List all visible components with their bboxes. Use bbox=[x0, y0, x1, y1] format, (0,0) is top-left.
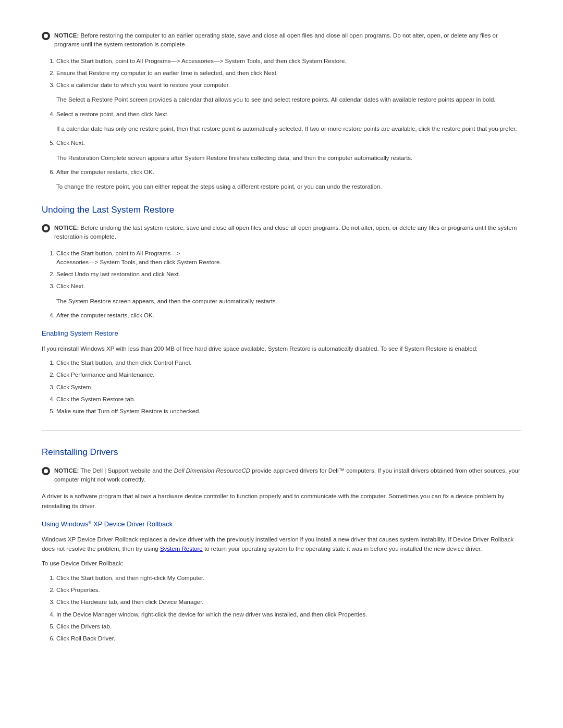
restore-para-2: If a calendar date has only one restore … bbox=[56, 124, 521, 133]
restore-step-6: After the computer restarts, click OK. bbox=[56, 168, 521, 177]
undo-step-2: Select Undo my last restoration and clic… bbox=[56, 270, 521, 279]
notice-content-1: Before restoring the computer to an earl… bbox=[54, 32, 498, 47]
undo-step-3: Click Next. bbox=[56, 282, 521, 291]
enabling-sub-heading: Enabling System Restore bbox=[42, 328, 521, 339]
windows-para-1: Windows XP Device Driver Rollback replac… bbox=[42, 535, 521, 554]
restore-step-5: Click Next. bbox=[56, 139, 521, 147]
restore-para-3-block: The Restoration Complete screen appears … bbox=[56, 153, 521, 163]
restore-steps-list-6: After the computer restarts, click OK. bbox=[42, 168, 521, 177]
reinstalling-section-heading: Reinstalling Drivers bbox=[42, 446, 521, 459]
notice-content-3a: The Dell | Support website and the bbox=[80, 467, 174, 474]
restore-steps-list: Click the Start button, point to All Pro… bbox=[42, 57, 521, 90]
notice-label-1: NOTICE: bbox=[54, 32, 79, 39]
notice-label-3: NOTICE: bbox=[54, 467, 79, 474]
restore-para-4: To change the restore point, you can eit… bbox=[56, 182, 521, 191]
enabling-step-5: Make sure that Turn off System Restore i… bbox=[56, 407, 521, 416]
undo-section-heading: Undoing the Last System Restore bbox=[42, 203, 521, 217]
notice-block-3: NOTICE: The Dell | Support website and t… bbox=[42, 466, 521, 485]
notice-icon-1 bbox=[42, 32, 50, 40]
enabling-steps-list: Click the Start button, and then click C… bbox=[42, 359, 521, 416]
notice-block-2: NOTICE: Before undoing the last system r… bbox=[42, 224, 521, 242]
undo-para-1: The System Restore screen appears, and t… bbox=[56, 297, 521, 306]
enabling-step-4: Click the System Restore tab. bbox=[56, 395, 521, 404]
notice-text-1: NOTICE: Before restoring the computer to… bbox=[54, 31, 521, 50]
windows-heading-rest: XP Device Driver Rollback bbox=[92, 520, 173, 528]
enabling-step-1: Click the Start button, and then click C… bbox=[56, 359, 521, 367]
windows-steps-list: Click the Start button, and then right-c… bbox=[42, 574, 521, 644]
restore-step-1: Click the Start button, point to All Pro… bbox=[56, 57, 521, 66]
windows-para-2: To use Device Driver Rollback: bbox=[42, 559, 521, 568]
undo-step-1: Click the Start button, point to All Pro… bbox=[56, 249, 521, 267]
notice-block-1: NOTICE: Before restoring the computer to… bbox=[42, 31, 521, 50]
windows-step-1: Click the Start button, and then right-c… bbox=[56, 574, 521, 583]
restore-step-3: Click a calendar date to which you want … bbox=[56, 81, 521, 90]
windows-step-4: In the Device Manager window, right-clic… bbox=[56, 610, 521, 619]
windows-sub-heading: Using Windows® XP Device Driver Rollback bbox=[42, 519, 521, 529]
restore-para-3: The Restoration Complete screen appears … bbox=[56, 153, 521, 163]
notice-text-2: NOTICE: Before undoing the last system r… bbox=[54, 224, 521, 242]
windows-step-3: Click the Hardware tab, and then click D… bbox=[56, 598, 521, 607]
system-restore-link[interactable]: System Restore bbox=[160, 546, 203, 552]
notice-text-3: NOTICE: The Dell | Support website and t… bbox=[54, 466, 521, 485]
windows-heading-text: Using Windows bbox=[42, 520, 89, 528]
enabling-step-3: Click System. bbox=[56, 383, 521, 392]
windows-step-6: Click Roll Back Driver. bbox=[56, 634, 521, 643]
restore-para-4-block: To change the restore point, you can eit… bbox=[56, 182, 521, 191]
notice-label-2: NOTICE: bbox=[54, 225, 79, 231]
notice-icon-2 bbox=[42, 224, 50, 232]
restore-para-1-block: The Select a Restore Point screen provid… bbox=[56, 95, 521, 104]
enabling-step-2: Click Performance and Maintenance. bbox=[56, 371, 521, 379]
enabling-para-1: If you reinstall Windows XP with less th… bbox=[42, 344, 521, 353]
restore-steps-list-4: Select a restore point, and then click N… bbox=[42, 110, 521, 119]
undo-para-1-block: The System Restore screen appears, and t… bbox=[56, 297, 521, 306]
undo-steps-list: Click the Start button, point to All Pro… bbox=[42, 249, 521, 291]
undo-step-4: After the computer restarts, click OK. bbox=[56, 311, 521, 320]
undo-steps-list-4: After the computer restarts, click OK. bbox=[42, 311, 521, 320]
restore-para-1: The Select a Restore Point screen provid… bbox=[56, 95, 521, 104]
restore-step-2: Ensure that Restore my computer to an ea… bbox=[56, 69, 521, 78]
restore-steps-list-5: Click Next. bbox=[42, 139, 521, 147]
windows-step-2: Click Properties. bbox=[56, 586, 521, 595]
reinstalling-para-1: A driver is a software program that allo… bbox=[42, 491, 521, 511]
section-divider bbox=[42, 430, 521, 431]
windows-step-5: Click the Drivers tab. bbox=[56, 622, 521, 631]
restore-para-2-block: If a calendar date has only one restore … bbox=[56, 124, 521, 133]
notice-content-2: Before undoing the last system restore, … bbox=[54, 225, 517, 240]
windows-para-1-end: to return your operating system to the o… bbox=[203, 546, 482, 552]
notice-content-3b: Dell Dimension ResourceCD bbox=[174, 467, 250, 474]
notice-icon-3 bbox=[42, 467, 50, 475]
restore-step-4: Select a restore point, and then click N… bbox=[56, 110, 521, 119]
